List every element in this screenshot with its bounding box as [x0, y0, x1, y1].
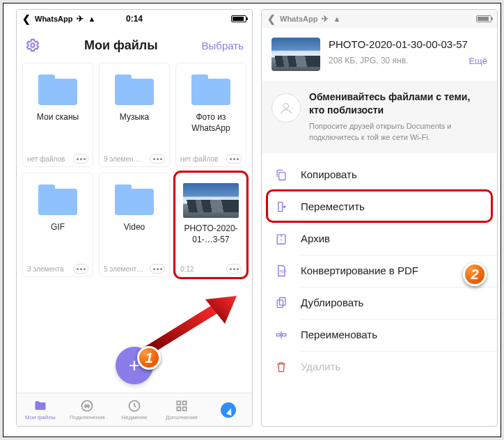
bottom-tabs: Мои файлы Подключения Недавние Дополнени…: [17, 393, 252, 426]
action-rename[interactable]: Переименовать: [262, 319, 497, 351]
wifi-icon: [80, 399, 94, 413]
copy-icon: [274, 168, 288, 182]
action-archive[interactable]: Архив: [262, 223, 497, 255]
nearby-share-box[interactable]: Обменивайтесь файлами с теми, кто поблиз…: [262, 81, 497, 153]
folder-card[interactable]: Мои сканы нет файлов: [22, 63, 93, 167]
trash-icon: [274, 360, 288, 374]
svg-rect-4: [182, 401, 186, 404]
file-header: PHOTO-2020-01-30-00-03-57 208 КБ, JPG, 3…: [262, 28, 497, 77]
folder-card[interactable]: Фото из WhatsApp нет файлов: [175, 63, 246, 167]
more-icon[interactable]: [73, 264, 88, 274]
tab-recent[interactable]: Недавние: [111, 393, 158, 426]
folder-card[interactable]: Video 5 элемент…: [99, 173, 170, 277]
folder-icon: [191, 74, 230, 105]
more-icon[interactable]: [150, 264, 165, 274]
action-label: Конвертирование в PDF: [301, 265, 418, 276]
action-label: Архив: [301, 233, 330, 244]
action-delete[interactable]: Удалить: [262, 351, 497, 383]
file-name: PHOTO-2020-01-30-00-03-57: [329, 38, 487, 52]
more-icon[interactable]: [73, 154, 88, 164]
more-icon[interactable]: [226, 154, 242, 164]
card-label: PHOTO-2020-01-…3-57: [180, 223, 242, 244]
action-copy[interactable]: Копировать: [262, 159, 497, 191]
tab-addons[interactable]: Дополнения: [158, 393, 205, 426]
folder-card[interactable]: Музыка 9 элемен…: [99, 63, 170, 167]
card-meta: 3 элемента: [27, 265, 64, 273]
svg-rect-3: [177, 401, 180, 404]
tab-label: Дополнения: [166, 414, 197, 421]
tab-connections[interactable]: Подключения: [64, 393, 111, 426]
tab-browser[interactable]: [205, 393, 252, 426]
duplicate-icon: [274, 296, 288, 310]
back-chevron-icon[interactable]: ❮: [22, 13, 31, 24]
card-meta: 0:12: [180, 265, 194, 273]
action-label: Удалить: [301, 361, 340, 372]
action-label: Копировать: [301, 168, 357, 180]
share-title: Обменивайтесь файлами с теми, кто поблиз…: [309, 91, 487, 117]
rename-icon: [274, 328, 288, 342]
clock-icon: [127, 399, 141, 413]
image-thumbnail[interactable]: [271, 38, 320, 71]
battery-icon: [476, 15, 491, 22]
status-bar: ❮ WhatsApp ✈ ▲ 0:14: [17, 10, 252, 28]
action-duplicate[interactable]: Дублировать: [262, 287, 497, 319]
page-title: Мои файлы: [84, 38, 158, 53]
header: Мои файлы Выбрать: [17, 28, 252, 63]
archive-icon: [274, 232, 288, 246]
folder-icon: [38, 184, 77, 215]
card-label: GIF: [27, 222, 88, 243]
select-button[interactable]: Выбрать: [202, 40, 244, 52]
card-label: Фото из WhatsApp: [180, 112, 242, 133]
compass-icon: [221, 402, 236, 418]
more-icon[interactable]: [226, 264, 242, 274]
folder-card[interactable]: GIF 3 элемента: [22, 173, 93, 277]
tab-label: Мои файлы: [25, 414, 56, 421]
svg-rect-5: [177, 407, 180, 411]
card-meta: нет файлов: [27, 155, 65, 163]
svg-rect-6: [182, 407, 186, 411]
card-meta: нет файлов: [180, 155, 218, 163]
card-meta: 5 элемент…: [104, 265, 143, 273]
action-pdf[interactable]: PDF Конвертирование в PDF: [262, 255, 497, 287]
action-label: Переместить: [301, 201, 365, 212]
svg-rect-12: [280, 297, 285, 305]
image-thumbnail: [183, 183, 239, 218]
folder-icon: [115, 184, 154, 215]
right-screenshot: ❮ WhatsApp ✈ ▲ PHOTO-2020-01-30-00-03-57…: [261, 9, 498, 427]
settings-icon[interactable]: [25, 38, 40, 53]
wifi-icon: ▲: [333, 15, 340, 23]
svg-rect-11: [277, 299, 283, 307]
back-app-label[interactable]: WhatsApp: [35, 15, 72, 23]
battery-icon: [231, 15, 246, 22]
card-meta: 9 элемен…: [104, 155, 141, 163]
file-meta: 208 КБ, JPG, 30 янв.: [329, 56, 408, 65]
folder-icon: [33, 399, 47, 413]
card-label: Музыка: [104, 112, 165, 133]
action-move[interactable]: Переместить: [262, 191, 497, 223]
tab-my-files[interactable]: Мои файлы: [17, 393, 64, 426]
back-chevron-icon[interactable]: ❮: [267, 13, 276, 24]
card-label: Мои сканы: [27, 112, 88, 133]
pdf-icon: PDF: [274, 264, 288, 278]
action-label: Дублировать: [301, 297, 363, 308]
airplane-mode-icon: ✈: [322, 14, 329, 24]
tab-label: Недавние: [122, 414, 148, 421]
share-body: Попросите друзей открыть Documents и под…: [309, 121, 487, 143]
avatar-placeholder-icon: [271, 93, 301, 123]
clock: 0:14: [126, 14, 143, 24]
add-button[interactable]: +: [116, 347, 153, 384]
more-icon[interactable]: [150, 154, 165, 164]
svg-point-0: [31, 43, 35, 47]
image-card[interactable]: PHOTO-2020-01-…3-57 0:12: [175, 173, 246, 277]
plus-icon: +: [129, 354, 140, 377]
action-list: Копировать Переместить Архив PDF Конверт…: [262, 159, 497, 383]
tab-label: Подключения: [70, 414, 105, 421]
action-label: Переименовать: [301, 329, 377, 340]
folder-icon: [115, 74, 154, 105]
more-link[interactable]: Ещё: [468, 56, 487, 66]
status-bar: ❮ WhatsApp ✈ ▲: [262, 10, 497, 28]
wifi-icon: ▲: [88, 15, 95, 23]
move-icon: [274, 200, 288, 214]
airplane-mode-icon: ✈: [77, 14, 84, 24]
back-app-label[interactable]: WhatsApp: [280, 15, 317, 23]
